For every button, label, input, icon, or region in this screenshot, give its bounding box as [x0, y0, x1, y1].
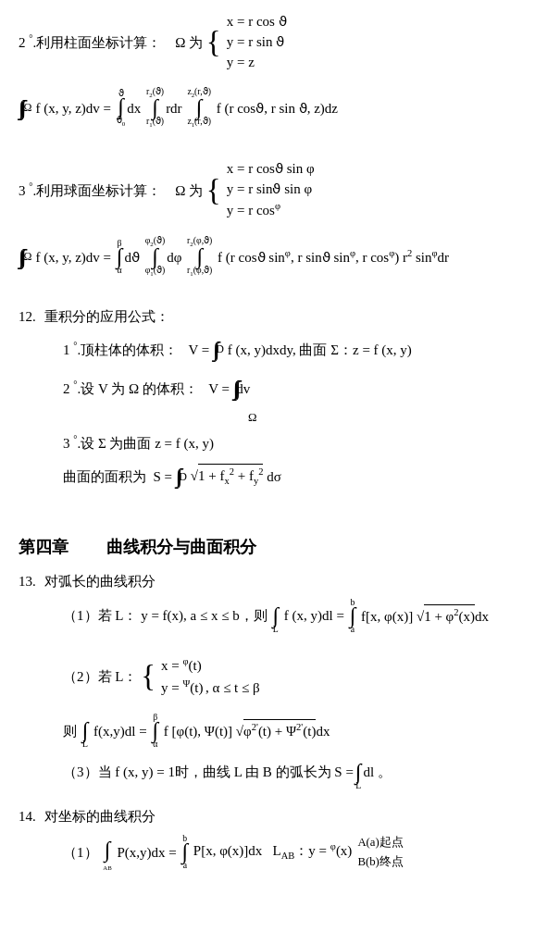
d-sub: D [216, 341, 224, 358]
coord-1-mid: P(x,y)dx = [114, 841, 180, 864]
section-13: 13. 对弧长的曲线积分 （1）若 L： y = f(x), a ≤ x ≤ b… [19, 570, 541, 796]
eq-x: x = r cos ϑ [227, 12, 287, 32]
app-2-row: 2 °.设 V 为 Ω 的体积： V = ∫∫∫ dv [63, 372, 541, 405]
d-theta: dϑ [124, 246, 143, 268]
f-xyz2: f (x, y, z)dv = [35, 246, 114, 268]
coord-1: （1） ∫ AB P(x,y)dx = b ∫ a P[x, φ(x)]dx L… [63, 833, 541, 872]
int-LAB: ∫ AB [103, 833, 111, 872]
item-14: 14. 对坐标的曲线积分 （1） ∫ AB P(x,y)dx = b ∫ [19, 805, 541, 877]
int-beta: β ∫ α [117, 239, 123, 275]
int-L: ∫ L [272, 598, 279, 634]
d-phi: dφ [167, 246, 185, 268]
arc-3-text: （3）当 f (x, y) = 1时，曲线 L 由 B 的弧长为 S = [63, 761, 354, 783]
arc-1: （1）若 L： y = f(x), a ≤ x ≤ b，则 ∫ L f (x, … [63, 598, 541, 634]
item-13-title: 对弧长的曲线积分 [44, 574, 156, 589]
coord-1-label: （1） [63, 841, 101, 864]
item-13: 13. 对弧长的曲线积分 （1）若 L： y = f(x), a ≤ x ≤ b… [19, 570, 541, 796]
double-int-sym: ∫∫ [213, 333, 215, 367]
spherical-system: x = r cosϑ sin φ y = r sinϑ sin φ y = r … [227, 159, 315, 221]
arc-2: （2）若 L： { x = φ(t) y = Ψ(t) , α ≤ t ≤ β … [63, 654, 541, 749]
triple-int-sym2: ∫∫∫ [19, 241, 22, 274]
app-3-label: 3 °.设 Σ 为曲面 z = f (x, y) [63, 432, 214, 454]
num-13: 13. [19, 570, 44, 592]
item-13-content: 对弧长的曲线积分 （1）若 L： y = f(x), a ≤ x ≤ b，则 ∫… [44, 570, 541, 796]
arc-2-label: （2）若 L： [63, 665, 141, 688]
omega-sub-label: Ω [24, 99, 32, 117]
app-3: 3 °.设 Σ 为曲面 z = f (x, y) 曲面的面积为 S = ∫∫ D… [63, 432, 541, 493]
spherical-integral: ∫∫∫ Ω f (x, y, z)dv = β ∫ α dϑ φ2(ϑ) ∫ φ… [19, 236, 541, 278]
sqrt-part: √1 + fx2 + fy2 [191, 464, 264, 490]
arc-1-formula: f[x, φ(x)] √1 + φ2(x)dx [357, 604, 489, 628]
item-14-title: 对坐标的曲线积分 [44, 809, 156, 824]
app-1: 1 °.顶柱体的体积： V = ∫∫ D f (x, y)dxdy, 曲面 Σ：… [63, 333, 541, 367]
item-12-title: 重积分的应用公式： [44, 309, 169, 324]
int-r: r2(φ,ϑ) ∫ r1(φ,ϑ) [187, 236, 212, 278]
omega-symbol2: Ω 为 [175, 180, 206, 202]
int-L3: ∫ L [355, 754, 362, 790]
left-brace2: { [206, 177, 221, 205]
num-14: 14. [19, 805, 44, 827]
spherical-title: 3 °.利用球面坐标计算： Ω 为 { x = r cosϑ sin φ y =… [19, 159, 541, 221]
arc-2-row1: （2）若 L： { x = φ(t) y = Ψ(t) , α ≤ t ≤ β [63, 654, 541, 699]
cylindrical-integral: ∫∫∫ Ω f (x, y, z)dv = ϑ ∫ ϑ0 dx r2(ϑ) ∫ … [19, 87, 541, 129]
omega-sub-label2: Ω [24, 248, 32, 266]
item-14-content: 对坐标的曲线积分 （1） ∫ AB P(x,y)dx = b ∫ a [44, 805, 541, 877]
double-int-sym2: ∫∫ [176, 460, 178, 493]
app-1-formula: f (x, y)dxdy, 曲面 Σ：z = f (x, y) [224, 339, 412, 361]
num-12: 12. [19, 305, 44, 328]
section-12: 12. 重积分的应用公式： 1 °.顶柱体的体积： V = ∫∫ D f (x,… [19, 305, 541, 499]
arc-2-system: x = φ(t) y = Ψ(t) , α ≤ t ≤ β [161, 654, 260, 699]
spherical-section: 3 °.利用球面坐标计算： Ω 为 { x = r cosϑ sin φ y =… [19, 159, 541, 278]
int3: z2(r,ϑ) ∫ z1(r,ϑ) [187, 87, 211, 129]
dx-part: dx [127, 97, 144, 119]
sph-z: y = r cosφ [227, 199, 315, 221]
coord-1-row: （1） ∫ AB P(x,y)dx = b ∫ a P[x, φ(x)]dx L… [63, 833, 541, 872]
app-2: 2 °.设 V 为 Ω 的体积： V = ∫∫∫ dv Ω [63, 372, 541, 427]
d-sub2: D [179, 468, 187, 486]
brace-arc-2: { [141, 663, 156, 690]
arc-1-label: （1）若 L： y = f(x), a ≤ x ≤ b，则 [63, 604, 270, 627]
arc-3: （3）当 f (x, y) = 1时，曲线 L 由 B 的弧长为 S = ∫ L… [63, 754, 541, 790]
dv-part: dv [236, 378, 250, 400]
arc-3-dl: dl 。 [363, 761, 391, 783]
int-phi: φ2(ϑ) ∫ φ1(ϑ) [145, 236, 166, 278]
eq-z: y = z [227, 53, 287, 73]
arc-1-mid: f (x, y)dl = [280, 604, 348, 627]
area-text: 曲面的面积为 S = [63, 466, 176, 488]
item-2-label: 2 °.利用柱面坐标计算： [19, 31, 175, 54]
int-ba: b ∫ a [182, 834, 189, 870]
arc-3-row: （3）当 f (x, y) = 1时，曲线 L 由 B 的弧长为 S = ∫ L… [63, 754, 541, 790]
int-L2: ∫ L [82, 713, 89, 749]
cylindrical-section: 2 °.利用柱面坐标计算： Ω 为 { x = r cos ϑ y = r si… [19, 12, 541, 129]
app-2-label: 2 °.设 V 为 Ω 的体积： V = [63, 378, 233, 400]
arc-2-y: y = Ψ(t) , α ≤ t ≤ β [161, 677, 260, 699]
f-xyz: f (x, y, z)dv = [35, 97, 114, 119]
eq-y: y = r sin ϑ [227, 32, 287, 53]
app-3-formula-row: 曲面的面积为 S = ∫∫ D √1 + fx2 + fy2 dσ [63, 460, 541, 493]
d-sigma: dσ [263, 466, 280, 488]
cylindrical-system: x = r cos ϑ y = r sin ϑ y = z [227, 12, 287, 72]
int1: ϑ ∫ ϑ0 [117, 89, 125, 128]
chapter-4-title: 第四章 曲线积分与曲面积分 [19, 534, 541, 561]
arc-2-x: x = φ(t) [161, 654, 260, 677]
rdr-part: rdr [166, 97, 185, 119]
section-14: 14. 对坐标的曲线积分 （1） ∫ AB P(x,y)dx = b ∫ [19, 805, 541, 877]
cylindrical-title: 2 °.利用柱面坐标计算： Ω 为 { x = r cos ϑ y = r si… [19, 12, 541, 72]
int-ab: b ∫ a [350, 598, 356, 634]
app-3-row: 3 °.设 Σ 为曲面 z = f (x, y) [63, 432, 541, 454]
f-cylindrical: f (r cosϑ, r sin ϑ, z)dz [213, 97, 338, 119]
arc-2-formula-row: 则 ∫ L f(x,y)dl = β ∫ α f [φ(t), Ψ(t)] √φ… [63, 713, 541, 749]
omega-label: Ω [248, 408, 541, 427]
item-3-label: 3 °.利用球面坐标计算： [19, 180, 175, 202]
int2: r2(ϑ) ∫ r1(ϑ) [146, 87, 164, 129]
item-12: 12. 重积分的应用公式： 1 °.顶柱体的体积： V = ∫∫ D f (x,… [19, 305, 541, 499]
sph-x: x = r cosϑ sin φ [227, 159, 315, 180]
int-alpha-beta: β ∫ α [152, 713, 158, 749]
coord-1-endpoint: A(a)起点 B(b)终点 [357, 833, 403, 871]
app-1-label: 1 °.顶柱体的体积： V = [63, 339, 213, 361]
arc-1-row: （1）若 L： y = f(x), a ≤ x ≤ b，则 ∫ L f (x, … [63, 598, 541, 634]
omega-symbol: Ω 为 [175, 31, 206, 54]
item-12-content: 重积分的应用公式： 1 °.顶柱体的体积： V = ∫∫ D f (x, y)d… [44, 305, 541, 499]
coord-1-formula: P[x, φ(x)]dx LAB：y = φ(x) [190, 839, 352, 864]
sph-y: y = r sinϑ sin φ [227, 180, 315, 200]
